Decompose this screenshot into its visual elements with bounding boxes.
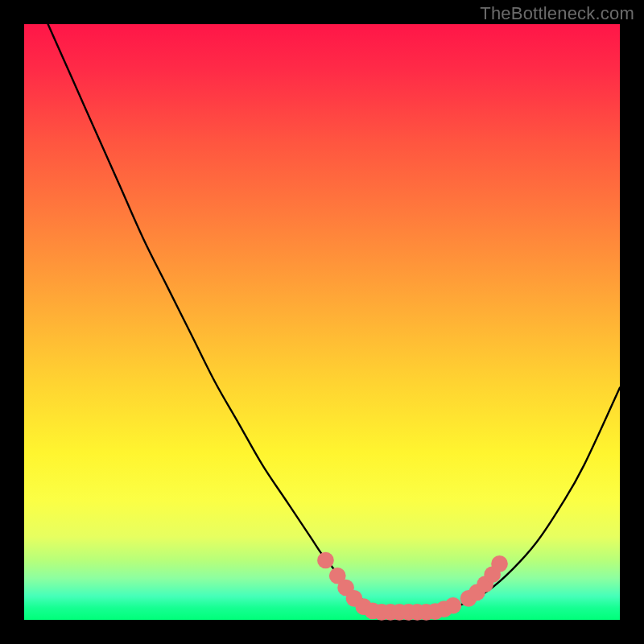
curve-svg (24, 24, 620, 620)
curve-markers (317, 552, 508, 621)
chart-frame: TheBottleneck.com (0, 0, 644, 644)
curve-marker (317, 552, 334, 569)
bottleneck-curve (48, 24, 620, 613)
curve-marker (444, 597, 461, 614)
plot-area (24, 24, 620, 620)
watermark-text: TheBottleneck.com (480, 3, 634, 24)
curve-marker (491, 555, 508, 572)
